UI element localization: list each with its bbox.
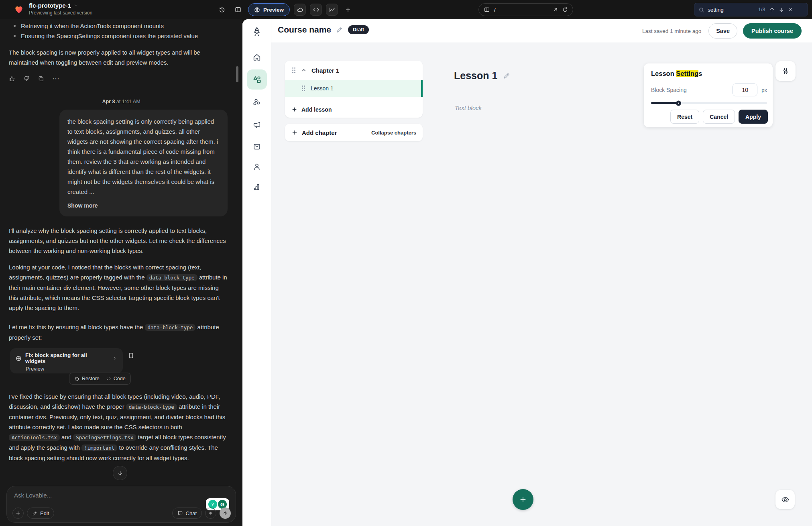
edit-pencil-icon[interactable] [336, 26, 343, 33]
restore-button[interactable]: Restore [74, 376, 100, 381]
search-input[interactable] [708, 7, 755, 13]
preview-eye-button[interactable] [775, 490, 795, 509]
sidebar-item-home[interactable] [247, 47, 267, 67]
open-external-icon[interactable] [553, 7, 558, 12]
globe-icon [254, 7, 260, 13]
project-title-block: flc-prototype-1 Previewing last saved ve… [29, 2, 92, 16]
edit-mode-button[interactable]: Edit [27, 508, 54, 519]
code-icon [106, 376, 111, 381]
sidebar-item-community[interactable] [247, 92, 267, 112]
search-prev-icon[interactable] [769, 7, 775, 13]
reset-button[interactable]: Reset [670, 110, 699, 124]
refresh-icon[interactable] [562, 7, 568, 12]
chevron-down-icon[interactable] [73, 3, 78, 8]
block-spacing-slider[interactable] [651, 102, 767, 104]
chat-panel: Retrieving it when the ActionTools compo… [0, 19, 242, 526]
send-button[interactable] [220, 508, 231, 519]
settings-rail-button[interactable] [775, 61, 796, 81]
save-button[interactable]: Save [708, 23, 737, 39]
slider-thumb[interactable] [676, 100, 681, 106]
block-spacing-input[interactable] [733, 84, 757, 96]
bookmark-icon[interactable] [128, 352, 134, 359]
plus-icon [291, 129, 298, 136]
attach-plus-button[interactable] [12, 508, 24, 519]
chevron-up-icon[interactable] [301, 67, 307, 73]
course-title: Course name [278, 25, 331, 35]
settings-title: Lesson Settings [651, 70, 768, 77]
sidebar-item-analytics[interactable] [247, 177, 267, 197]
saved-status: Last saved 1 minute ago [642, 28, 701, 34]
chat-input-toolbar: Edit Chat [12, 508, 231, 519]
url-path: / [494, 7, 549, 13]
chat-input[interactable] [14, 492, 134, 499]
drag-handle-icon[interactable] [291, 67, 296, 73]
add-chapter-button[interactable]: Add chapter [291, 129, 371, 136]
thumbs-up-icon[interactable] [9, 75, 15, 82]
assistant-paragraph: Looking at your code, I noticed that the… [9, 262, 229, 313]
text-block-placeholder[interactable]: Text block [455, 104, 482, 111]
add-block-fab[interactable] [513, 489, 533, 510]
thumbs-down-icon[interactable] [23, 75, 30, 82]
search-close-icon[interactable] [788, 7, 793, 12]
copy-icon[interactable] [38, 75, 44, 82]
lesson-title: Lesson 1 [311, 85, 334, 92]
edit-pencil-icon[interactable] [503, 72, 511, 80]
code-button[interactable]: Code [106, 376, 126, 381]
sidebar-item-courses[interactable] [247, 69, 267, 90]
analytics-icon[interactable] [326, 4, 338, 16]
panel-layout-icon[interactable] [232, 4, 244, 16]
unit-label: px [761, 87, 767, 93]
block-spacing-label: Block Spacing [651, 87, 733, 93]
search-next-icon[interactable] [778, 7, 784, 13]
assistant-paragraph: I'll analyze why the block spacing setti… [9, 226, 229, 256]
version-toolbar: Restore Code [69, 373, 131, 385]
edit-icon [32, 511, 37, 516]
url-bar[interactable]: / [478, 3, 573, 16]
voice-input-button[interactable] [205, 508, 216, 519]
project-subtitle: Previewing last saved version [29, 10, 92, 16]
plus-icon [291, 106, 297, 112]
lesson-settings-panel: Lesson Settings Block Spacing px Reset C… [644, 63, 773, 127]
apply-button[interactable]: Apply [739, 110, 768, 124]
scroll-to-bottom-button[interactable] [113, 466, 127, 480]
preview-button[interactable]: Preview [248, 3, 290, 16]
code-icon[interactable] [310, 4, 322, 16]
chat-input-box[interactable]: G Edit Chat [6, 486, 236, 523]
user-message-text: the block spacing setting is only correc… [67, 118, 218, 195]
app-preview: Course name Draft Last saved 1 minute ag… [242, 19, 812, 526]
sidebar-item-profile[interactable] [247, 157, 267, 177]
bullet-item: Retrieving it when the ActionTools compo… [9, 21, 229, 31]
assistant-paragraph: I've fixed the issue by ensuring that al… [9, 391, 229, 463]
project-menu[interactable]: flc-prototype-1 Previewing last saved ve… [14, 2, 92, 16]
lesson-row-selected[interactable]: Lesson 1 [285, 80, 423, 97]
history-icon[interactable] [216, 4, 228, 16]
edit-version-card[interactable]: Fix block spacing for all widgets Previe… [10, 348, 123, 373]
chapter-title: Chapter 1 [311, 67, 339, 74]
chapter-row[interactable]: Chapter 1 [285, 61, 423, 80]
cloud-icon[interactable] [294, 4, 306, 16]
top-bar: flc-prototype-1 Previewing last saved ve… [0, 0, 812, 19]
lovable-logo-icon [14, 4, 24, 14]
publish-course-button[interactable]: Publish course [743, 23, 802, 39]
sidebar-item-store[interactable] [247, 137, 267, 157]
plus-icon[interactable] [342, 4, 354, 16]
search-match-counter: 1/3 [758, 7, 765, 12]
more-icon[interactable]: ⋯ [52, 77, 59, 81]
chat-mode-button[interactable]: Chat [172, 508, 202, 519]
cancel-button[interactable]: Cancel [703, 110, 735, 124]
chat-scrollbar[interactable] [236, 66, 238, 82]
find-in-page-bar: 1/3 [694, 3, 808, 16]
topbar-tools: Preview [216, 0, 354, 19]
add-chapter-card: Add chapter Collapse chapters [285, 124, 423, 141]
home-icon [252, 53, 261, 62]
drag-handle-icon[interactable] [301, 85, 306, 92]
user-message-bubble: the block spacing setting is only correc… [59, 110, 228, 216]
search-icon [698, 7, 704, 13]
show-more-link[interactable]: Show more [67, 201, 220, 211]
add-lesson-button[interactable]: Add lesson [285, 101, 423, 118]
sidebar-item-marketing[interactable] [247, 115, 267, 135]
sliders-icon [781, 67, 790, 75]
collapse-chapters-button[interactable]: Collapse chapters [371, 130, 416, 136]
lovable-workspace: flc-prototype-1 Previewing last saved ve… [0, 0, 812, 526]
assistant-paragraph: Let me fix this by ensuring all block ty… [9, 322, 229, 343]
